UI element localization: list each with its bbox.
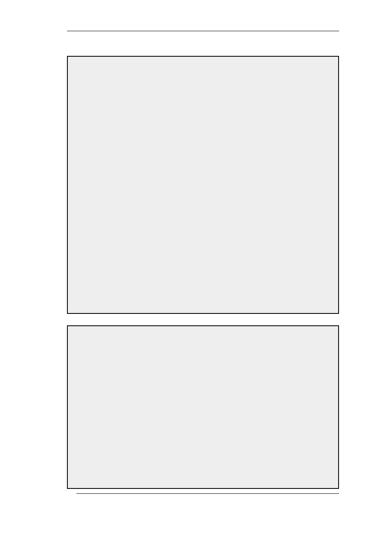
- content-box-1: [67, 56, 339, 314]
- content-box-2: [67, 325, 339, 489]
- horizontal-rule-top: [67, 31, 339, 31]
- horizontal-rule-bottom: [76, 493, 339, 494]
